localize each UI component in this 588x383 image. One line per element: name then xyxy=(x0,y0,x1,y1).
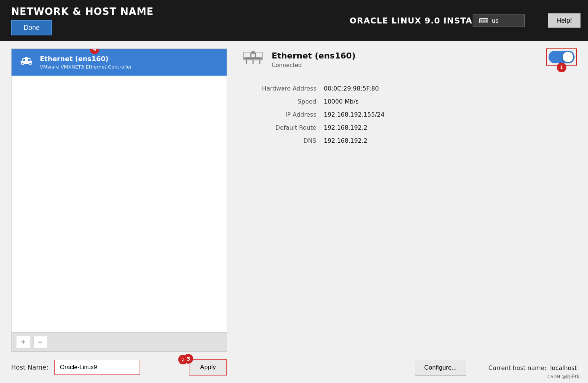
apply-button[interactable]: Apply xyxy=(189,359,227,376)
hardware-address-row: Hardware Address 00:0C:29:98:5F:80 xyxy=(242,82,577,95)
ip-address-row: IP Address 192.168.192.155/24 xyxy=(242,108,577,121)
details-table: Hardware Address 00:0C:29:98:5F:80 Speed… xyxy=(242,82,577,147)
device-name-block: Ethernet (ens160) Connected xyxy=(272,51,355,69)
speed-value: 10000 Mb/s xyxy=(324,98,359,105)
ethernet-icon xyxy=(19,55,34,70)
network-list: 4 Ethernet (ens160) VMware xyxy=(11,48,227,333)
keyboard-layout: us xyxy=(492,17,498,24)
configure-button[interactable]: Configure... xyxy=(415,360,466,376)
keyboard-icon: ⌨ xyxy=(479,17,489,25)
dns-row: DNS 192.168.192.2 xyxy=(242,134,577,147)
toggle-container: 1 xyxy=(546,48,577,67)
default-route-label: Default Route xyxy=(242,124,316,131)
badge-4: 4 xyxy=(90,48,99,54)
hostname-input[interactable] xyxy=(54,360,140,375)
hostname-row: Host Name: 2 Apply 3 xyxy=(11,359,227,376)
hardware-address-label: Hardware Address xyxy=(242,85,316,92)
network-item-name: Ethernet (ens160) xyxy=(40,55,132,63)
device-status: Connected xyxy=(272,62,355,69)
header-left: NETWORK & HOST NAME Done xyxy=(11,6,154,35)
add-network-button[interactable]: + xyxy=(16,336,30,348)
done-button[interactable]: Done xyxy=(11,20,52,35)
hostname-label: Host Name: xyxy=(11,364,48,371)
svg-rect-8 xyxy=(251,53,255,58)
help-button[interactable]: Help! xyxy=(548,13,581,28)
current-hostname-value: localhost xyxy=(550,364,577,371)
header: NETWORK & HOST NAME Done ORACLE LINUX 9.… xyxy=(0,0,588,41)
device-info: Ethernet (ens160) Connected xyxy=(242,48,355,71)
default-route-value: 192.168.192.2 xyxy=(324,124,367,131)
remove-network-button[interactable]: − xyxy=(33,336,47,348)
dns-value: 192.168.192.2 xyxy=(324,137,367,144)
ip-address-label: IP Address xyxy=(242,111,316,118)
network-item-ens160[interactable]: 4 Ethernet (ens160) VMware xyxy=(12,49,227,76)
speed-label: Speed xyxy=(242,98,316,105)
page-title: NETWORK & HOST NAME xyxy=(11,6,154,17)
svg-point-2 xyxy=(22,63,24,65)
hardware-address-value: 00:0C:29:98:5F:80 xyxy=(324,85,379,92)
bottom-right-area: Configure... Current host name: localhos… xyxy=(242,352,577,376)
network-item-desc: VMware VMXNET3 Ethernet Controller xyxy=(40,64,132,70)
svg-point-3 xyxy=(29,63,31,65)
device-name: Ethernet (ens160) xyxy=(272,51,355,60)
device-header: Ethernet (ens160) Connected 1 xyxy=(242,48,577,71)
default-route-row: Default Route 192.168.192.2 xyxy=(242,121,577,134)
main-content: 4 Ethernet (ens160) VMware xyxy=(0,41,588,383)
keyboard-indicator[interactable]: ⌨ us xyxy=(473,14,525,27)
left-panel: 4 Ethernet (ens160) VMware xyxy=(11,48,227,376)
svg-rect-6 xyxy=(25,57,28,59)
ip-address-value: 192.168.192.155/24 xyxy=(324,111,384,118)
badge-1: 1 xyxy=(557,63,566,72)
current-hostname-label: Current host name: xyxy=(489,364,547,371)
right-panel: Ethernet (ens160) Connected 1 Hardware A… xyxy=(242,48,577,376)
ethernet-toggle[interactable] xyxy=(549,51,575,63)
device-ethernet-icon xyxy=(242,48,264,71)
network-item-info: Ethernet (ens160) VMware VMXNET3 Etherne… xyxy=(40,55,132,70)
footer-text: CSDN @阿千tki xyxy=(547,374,581,380)
list-controls: + − xyxy=(11,333,227,352)
current-hostname-display: Current host name: localhost xyxy=(489,364,577,371)
speed-row: Speed 10000 Mb/s xyxy=(242,95,577,108)
toggle-knob xyxy=(563,52,573,62)
dns-label: DNS xyxy=(242,137,316,144)
